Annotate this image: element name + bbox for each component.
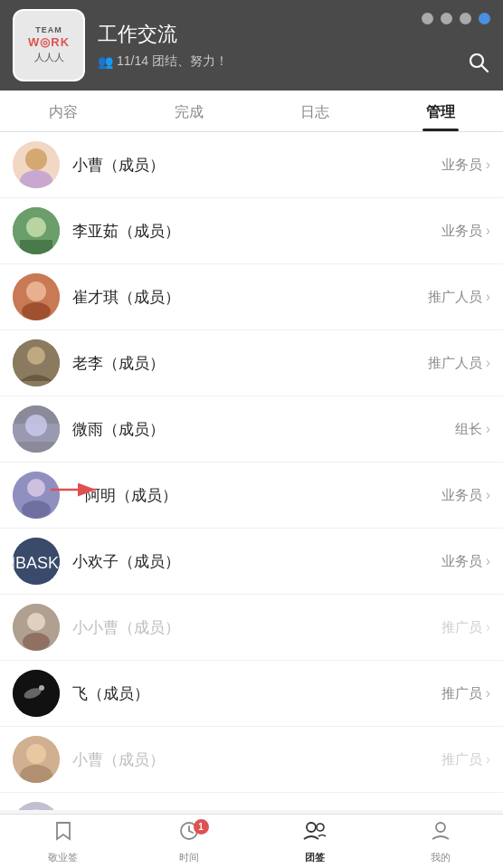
avatar bbox=[13, 604, 60, 651]
svg-text:NBASKT: NBASKT bbox=[13, 554, 60, 572]
svg-point-27 bbox=[39, 685, 44, 691]
tab-log[interactable]: 日志 bbox=[252, 91, 377, 131]
svg-line-37 bbox=[189, 831, 193, 833]
table-row[interactable]: 小曹（成员） 业务员 › bbox=[0, 132, 503, 198]
member-name: 飞（成员） bbox=[60, 683, 441, 704]
avatar: 小东西 bbox=[13, 802, 60, 810]
bottom-nav: 敬业签 1 时间 团签 bbox=[0, 814, 503, 868]
svg-point-29 bbox=[26, 744, 46, 764]
avatar bbox=[13, 736, 60, 783]
person-icon bbox=[429, 819, 452, 848]
svg-point-17 bbox=[22, 501, 51, 519]
nav-item-me[interactable]: 我的 bbox=[377, 815, 503, 868]
nav-label-team: 团签 bbox=[305, 851, 325, 864]
svg-point-40 bbox=[436, 823, 445, 832]
avatar bbox=[13, 273, 60, 320]
tab-content[interactable]: 内容 bbox=[0, 91, 126, 131]
member-name: 阿明（成员） bbox=[60, 485, 441, 506]
table-row[interactable]: 崔才琪（成员） 推广人员 › bbox=[0, 264, 503, 330]
nav-item-team[interactable]: 团签 bbox=[252, 815, 377, 868]
chevron-right-icon: › bbox=[486, 223, 490, 239]
svg-point-39 bbox=[317, 824, 324, 831]
member-name: 小欢子（成员） bbox=[60, 551, 441, 572]
member-role: 推广人员 bbox=[428, 289, 482, 306]
svg-point-31 bbox=[13, 802, 60, 810]
table-row[interactable]: 微雨（成员） 组长 › bbox=[0, 396, 503, 463]
svg-point-23 bbox=[27, 613, 45, 631]
member-list: 小曹（成员） 业务员 › 李亚茹（成员） 业务员 › 崔才琪（成员） 推广人员 … bbox=[0, 132, 503, 810]
svg-point-3 bbox=[20, 170, 52, 188]
logo-team-text: TEAM bbox=[35, 26, 62, 35]
avatar bbox=[13, 207, 60, 254]
group-title: 工作交流 bbox=[98, 21, 490, 48]
group-info: 11/14 团结、努力！ bbox=[117, 53, 228, 70]
nav-label-bookmark: 敬业签 bbox=[48, 851, 78, 864]
dot-2 bbox=[441, 13, 452, 24]
avatar bbox=[13, 339, 60, 386]
header: TEAM W◎RK 人人人 工作交流 👥 11/14 团结、努力！ bbox=[0, 0, 503, 91]
chevron-right-icon: › bbox=[486, 487, 490, 503]
svg-line-1 bbox=[482, 66, 489, 72]
avatar bbox=[13, 472, 60, 519]
table-row[interactable]: 小小曹（成员） 推广员 › bbox=[0, 595, 503, 661]
table-row[interactable]: NBASKT 小欢子（成员） 业务员 › bbox=[0, 529, 503, 595]
bookmark-icon bbox=[52, 819, 75, 848]
member-role: 业务员 bbox=[441, 553, 482, 570]
svg-point-14 bbox=[25, 415, 47, 436]
member-role: 业务员 bbox=[441, 157, 482, 174]
dot-3 bbox=[460, 13, 471, 24]
nav-item-time[interactable]: 1 时间 bbox=[126, 815, 252, 868]
member-role: 推广员 bbox=[441, 685, 482, 702]
dot-1 bbox=[422, 13, 433, 24]
nav-label-time: 时间 bbox=[179, 851, 199, 864]
svg-point-38 bbox=[307, 823, 316, 832]
chevron-right-icon: › bbox=[486, 421, 490, 437]
search-button[interactable] bbox=[467, 51, 490, 78]
svg-point-2 bbox=[25, 148, 47, 170]
svg-point-5 bbox=[26, 217, 46, 237]
member-name: 崔才琪（成员） bbox=[60, 287, 428, 308]
member-role: 推广员 bbox=[441, 619, 482, 636]
member-name: 小曹（成员） bbox=[60, 749, 441, 770]
table-row[interactable]: 老李（成员） 推广人员 › bbox=[0, 330, 503, 396]
header-info: 工作交流 👥 11/14 团结、努力！ bbox=[85, 21, 490, 70]
svg-point-24 bbox=[23, 633, 50, 651]
member-name: 李亚茹（成员） bbox=[60, 221, 441, 242]
svg-point-8 bbox=[26, 281, 46, 301]
nav-label-me: 我的 bbox=[431, 851, 451, 864]
chevron-right-icon: › bbox=[486, 751, 490, 768]
app-logo: TEAM W◎RK 人人人 bbox=[13, 9, 85, 81]
dot-4 bbox=[479, 13, 490, 24]
table-row[interactable]: 李亚茹（成员） 业务员 › bbox=[0, 198, 503, 264]
chevron-right-icon: › bbox=[486, 157, 490, 173]
table-row[interactable]: 飞（成员） 推广员 › bbox=[0, 661, 503, 727]
svg-point-11 bbox=[27, 347, 45, 365]
avatar bbox=[13, 141, 60, 188]
members-icon: 👥 bbox=[98, 54, 113, 69]
chevron-right-icon: › bbox=[486, 289, 490, 305]
team-icon bbox=[302, 819, 327, 848]
avatar: NBASKT bbox=[13, 538, 60, 585]
member-role: 组长 bbox=[455, 421, 482, 438]
nav-item-bookmark[interactable]: 敬业签 bbox=[0, 815, 126, 868]
member-name: 小小曹（成员） bbox=[60, 617, 441, 638]
dots-indicator bbox=[422, 13, 490, 24]
chevron-right-icon: › bbox=[486, 619, 490, 635]
tab-manage[interactable]: 管理 bbox=[377, 91, 503, 131]
member-role: 业务员 bbox=[441, 223, 482, 240]
member-name: 微雨（成员） bbox=[60, 419, 455, 440]
chevron-right-icon: › bbox=[486, 553, 490, 569]
member-role: 业务员 bbox=[441, 487, 482, 504]
table-row[interactable]: 小曹（成员） 推广员 › bbox=[0, 727, 503, 793]
table-row[interactable]: 阿明（成员） 业务员 › bbox=[0, 463, 503, 529]
group-subtitle: 👥 11/14 团结、努力！ bbox=[98, 53, 490, 70]
tab-complete[interactable]: 完成 bbox=[126, 91, 252, 131]
chevron-right-icon: › bbox=[486, 355, 490, 371]
member-name: 老李（成员） bbox=[60, 353, 428, 374]
header-right bbox=[422, 13, 490, 24]
table-row[interactable]: 小东西 琪（成员） 推广员 › bbox=[0, 793, 503, 810]
svg-rect-6 bbox=[20, 240, 52, 254]
member-name: 小曹（成员） bbox=[60, 155, 441, 176]
chevron-right-icon: › bbox=[486, 685, 490, 701]
member-role: 推广人员 bbox=[428, 355, 482, 372]
